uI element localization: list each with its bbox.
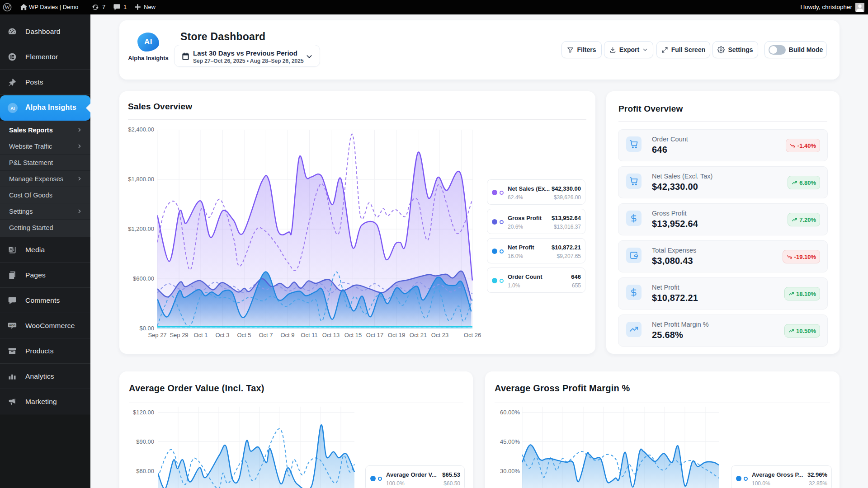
svg-text:WOO: WOO — [9, 324, 15, 326]
svg-text:W: W — [5, 4, 10, 10]
